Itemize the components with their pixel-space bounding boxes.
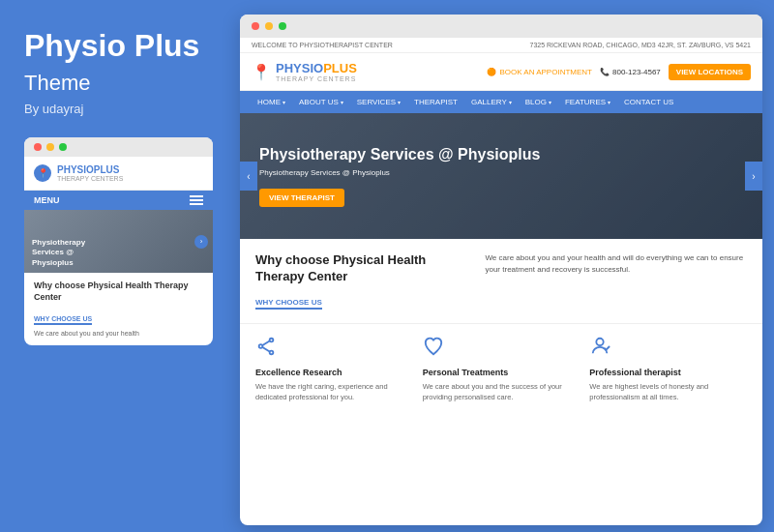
hero-cta-button[interactable]: VIEW THERAPIST [259,189,344,207]
mobile-logo-bar: 📍 PHYSIOPLUS THERAPY CENTERS [24,157,213,191]
mobile-header-bar [24,137,213,157]
nav-caret: ▾ [509,99,512,105]
svg-point-1 [259,344,263,348]
site-header: 📍 PHYSIOPLUS THERAPY CENTERS 🟠 BOOK AN A… [240,53,762,91]
browser-dot-red [252,22,259,30]
browser-dot-yellow [265,22,273,30]
nav-blog[interactable]: BLOG ▾ [520,91,557,113]
features-row: Excellence Research We have the right ca… [240,324,762,415]
phone-label: 800-123-4567 [612,68,661,76]
nav-about[interactable]: ABOUT US ▾ [293,91,349,113]
browser-window: WELCOME TO PHYSIOTHERAPIST CENTER 7325 R… [240,15,762,525]
calendar-icon: 🟠 [487,68,496,76]
hero-arrow-left[interactable]: ‹ [240,162,257,191]
topbar-address: 7325 RICKEVAN ROAD, CHICAGO, MD3 42JR, S… [530,42,751,48]
svg-point-0 [270,339,274,342]
browser-dot-green [279,22,286,30]
svg-point-2 [270,350,274,354]
svg-point-5 [597,339,604,345]
hero-subtitle: Physiotherapy Services @ Physioplus [259,168,540,177]
mobile-logo-sub: THERAPY CENTERS [57,175,123,182]
site-logo-name: PHYSIOPLUS [276,61,357,75]
logo-pin-icon: 📍 [252,63,271,81]
nav-services[interactable]: SERVICES ▾ [351,91,406,113]
browser-chrome [240,15,762,38]
mobile-logo-pin: 📍 [34,164,51,182]
svg-line-3 [262,340,269,345]
why-title: Why choose Physical Health Therapy Cente… [255,252,473,285]
dot-red [34,143,42,151]
mobile-logo-name: PHYSIOPLUS [57,164,123,175]
mobile-why-text: We care about you and your health [34,329,203,339]
header-actions: 🟠 BOOK AN APPOINTMENT 📞 800-123-4567 VIE… [487,64,751,80]
mobile-hero: PhysiotherapyServices @Physioplus › [24,210,213,273]
mobile-why-section: Why choose Physical Health Therapy Cente… [24,273,213,345]
nav-therapist[interactable]: THERAPIST [408,91,463,113]
site-nav: HOME ▾ ABOUT US ▾ SERVICES ▾ THERAPIST G… [240,91,762,113]
mobile-logo-wrap: PHYSIOPLUS THERAPY CENTERS [57,164,123,182]
nav-caret: ▾ [549,99,551,105]
mobile-arrow-right[interactable]: › [194,235,208,249]
feature-excellence: Excellence Research We have the right ca… [255,336,413,403]
hamburger-icon[interactable] [190,195,203,205]
left-panel: Physio Plus Theme By udayraj 📍 PHYSIOPLU… [0,0,237,532]
person-icon [589,336,747,362]
feature-therapist-title: Professional therapist [589,368,747,377]
mobile-why-label: WHY CHOOSE US [34,315,92,325]
theme-title: Physio Plus [24,29,213,63]
mobile-menu-bar: MENU [24,191,213,210]
feature-excellence-title: Excellence Research [255,368,413,377]
mobile-preview: 📍 PHYSIOPLUS THERAPY CENTERS MENU Physio… [24,137,213,345]
hero-title: Physiotherapy Services @ Physioplus [259,145,540,165]
svg-line-4 [262,347,269,352]
nav-caret: ▾ [283,99,285,105]
nav-caret: ▾ [398,99,401,105]
site-hero: ‹ Physiotherapy Services @ Physioplus Ph… [240,113,762,239]
hero-content: Physiotherapy Services @ Physioplus Phys… [240,131,559,222]
nav-gallery[interactable]: GALLERY ▾ [465,91,518,113]
book-appointment[interactable]: 🟠 BOOK AN APPOINTMENT [487,68,592,76]
view-locations-button[interactable]: VIEW LOCATIONS [669,64,751,80]
topbar-welcome: WELCOME TO PHYSIOTHERAPIST CENTER [252,42,393,48]
nav-caret: ▾ [341,99,343,105]
feature-therapist-text: We are highest levels of honesty and pro… [589,381,747,403]
phone-icon: 📞 [600,68,610,76]
feature-personal-text: We care about you and the success of you… [423,381,580,403]
nav-caret: ▾ [608,99,610,105]
feature-excellence-text: We have the right caring, experience and… [255,381,413,403]
hero-arrow-right[interactable]: › [745,162,762,191]
site-logo: PHYSIOPLUS THERAPY CENTERS [276,61,357,82]
theme-subtitle: Theme [24,71,213,96]
mobile-why-title: Why choose Physical Health Therapy Cente… [34,281,203,303]
logo-wrap: 📍 PHYSIOPLUS THERAPY CENTERS [252,61,357,82]
why-left: Why choose Physical Health Therapy Cente… [255,252,473,310]
why-label: WHY CHOOSE US [255,298,322,310]
nav-home[interactable]: HOME ▾ [252,91,291,113]
share-icon [255,336,413,362]
nav-contact[interactable]: CONTACT US [618,91,679,113]
phone-number: 📞 800-123-4567 [600,68,661,76]
site-topbar: WELCOME TO PHYSIOTHERAPIST CENTER 7325 R… [240,38,762,53]
feature-therapist: Professional therapist We are highest le… [589,336,747,403]
dot-yellow [46,143,54,151]
nav-features[interactable]: FEATURES ▾ [559,91,616,113]
theme-author: By udayraj [24,102,213,116]
why-right: We care about you and your health and wi… [485,252,747,310]
mobile-hero-text: PhysiotherapyServices @Physioplus [32,238,85,268]
why-text: We care about you and your health and wi… [485,252,747,276]
site-logo-sub: THERAPY CENTERS [276,75,357,82]
feature-personal: Personal Treatments We care about you an… [423,336,580,403]
mobile-menu-label: MENU [34,195,60,205]
dot-green [59,143,67,151]
feature-personal-title: Personal Treatments [423,368,580,377]
why-section: Why choose Physical Health Therapy Cente… [240,239,762,324]
heart-icon [423,336,580,362]
book-appt-label: BOOK AN APPOINTMENT [499,68,592,76]
